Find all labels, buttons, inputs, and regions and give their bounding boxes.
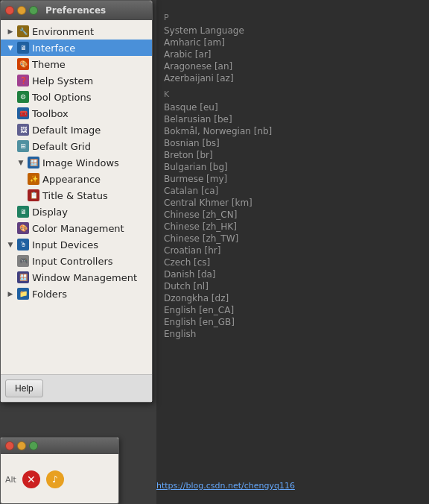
help-system-icon: ❓ xyxy=(17,75,29,86)
language-en-gb[interactable]: English [en_GB] xyxy=(161,316,425,328)
nav-item-folders[interactable]: ▶ 📁 Folders xyxy=(1,286,152,302)
default-grid-icon: ⊞ xyxy=(17,140,29,152)
language-hr[interactable]: Croatian [hr] xyxy=(161,245,425,256)
nav-label-default-image: Default Image xyxy=(32,125,101,136)
language-ca[interactable]: Catalan [ca] xyxy=(161,185,425,197)
window-controls xyxy=(5,6,38,15)
language-section-p: P xyxy=(161,12,425,23)
theme-icon: 🎨 xyxy=(17,58,29,70)
secondary-maximize-button[interactable] xyxy=(29,441,38,450)
nav-item-title-status[interactable]: 📋 Title & Status xyxy=(1,187,152,204)
nav-item-default-image[interactable]: 🖼 Default Image xyxy=(1,122,152,138)
language-en[interactable]: English xyxy=(161,328,425,340)
nav-label-default-grid: Default Grid xyxy=(32,141,91,152)
close-button[interactable] xyxy=(5,6,14,15)
appearance-icon: ✨ xyxy=(28,173,39,185)
window-title: Preferences xyxy=(45,5,106,16)
language-am[interactable]: Amharic [am] xyxy=(161,37,425,48)
language-en-ca[interactable]: English [en_CA] xyxy=(161,304,425,316)
nav-item-theme[interactable]: 🎨 Theme xyxy=(1,56,152,72)
language-nb[interactable]: Bokmål, Norwegian [nb] xyxy=(161,125,425,137)
alt-label: Alt xyxy=(5,475,16,485)
image-windows-icon: 🪟 xyxy=(28,157,39,168)
nav-label-display: Display xyxy=(32,207,68,218)
nav-label-image-windows: Image Windows xyxy=(42,157,119,168)
language-system[interactable]: System Language xyxy=(161,25,425,37)
language-zh-hk[interactable]: Chinese [zh_HK] xyxy=(161,221,425,233)
nav-item-color-management[interactable]: 🎨 Color Management xyxy=(1,220,152,236)
language-cs[interactable]: Czech [cs] xyxy=(161,256,425,268)
expand-arrow-environment: ▶ xyxy=(7,28,14,35)
secondary-window: Alt ✕ ♪ xyxy=(0,437,119,504)
nav-item-toolbox[interactable]: 🧰 Toolbox xyxy=(1,105,152,122)
input-devices-icon: 🖱 xyxy=(17,239,29,251)
interface-icon: 🖥 xyxy=(17,42,29,54)
language-zh-tw[interactable]: Chinese [zh_TW] xyxy=(161,233,425,245)
maximize-button[interactable] xyxy=(29,6,38,15)
nav-item-help-system[interactable]: ❓ Help System xyxy=(1,72,152,89)
language-nl[interactable]: Dutch [nl] xyxy=(161,280,425,292)
language-br[interactable]: Breton [br] xyxy=(161,149,425,161)
nav-label-window-management: Window Management xyxy=(32,272,137,283)
nav-item-image-windows[interactable]: ▼ 🪟 Image Windows xyxy=(1,154,152,171)
expand-arrow-image-windows: ▼ xyxy=(17,159,25,166)
language-panel: P System Language Amharic [am] Arabic [a… xyxy=(156,0,429,504)
nav-label-tool-options: Tool Options xyxy=(32,92,92,103)
language-km[interactable]: Central Khmer [km] xyxy=(161,197,425,209)
title-status-icon: 📋 xyxy=(28,189,39,201)
folders-icon: 📁 xyxy=(17,288,29,300)
preferences-window: Preferences ▶ 🔧 Environment ▼ 🖥 Interfac… xyxy=(0,0,153,403)
language-zh-cn[interactable]: Chinese [zh_CN] xyxy=(161,209,425,221)
language-bg[interactable]: Bulgarian [bg] xyxy=(161,161,425,173)
language-dz[interactable]: Dzongkha [dz] xyxy=(161,292,425,304)
nav-label-color-management: Color Management xyxy=(32,223,124,234)
secondary-body: Alt ✕ ♪ xyxy=(1,454,118,504)
nav-item-default-grid[interactable]: ⊞ Default Grid xyxy=(1,138,152,154)
nav-label-title-status: Title & Status xyxy=(42,190,108,201)
secondary-title-bar xyxy=(1,438,118,454)
expand-arrow-folders: ▶ xyxy=(7,290,14,297)
window-management-icon: 🪟 xyxy=(17,271,29,283)
secondary-close-button[interactable] xyxy=(5,441,14,450)
nav-label-input-devices: Input Devices xyxy=(32,239,98,251)
nav-item-tool-options[interactable]: ⚙ Tool Options xyxy=(1,89,152,105)
nav-item-environment[interactable]: ▶ 🔧 Environment xyxy=(1,23,152,40)
environment-icon: 🔧 xyxy=(17,25,29,37)
language-az[interactable]: Azerbaijani [az] xyxy=(161,72,425,84)
language-ar[interactable]: Arabic [ar] xyxy=(161,48,425,60)
audio-icon[interactable]: ♪ xyxy=(46,470,64,488)
nav-label-theme: Theme xyxy=(32,59,66,70)
input-controllers-icon: 🎮 xyxy=(17,255,29,267)
secondary-minimize-button[interactable] xyxy=(17,441,26,450)
help-button[interactable]: Help xyxy=(5,379,43,397)
watermark: https://blog.csdn.net/chengyq116 xyxy=(156,481,295,491)
language-eu[interactable]: Basque [eu] xyxy=(161,101,425,113)
nav-item-window-management[interactable]: 🪟 Window Management xyxy=(1,269,152,286)
nav-label-interface: Interface xyxy=(32,42,75,54)
tool-options-icon: ⚙ xyxy=(17,91,29,103)
nav-label-appearance: Appearance xyxy=(42,174,101,185)
secondary-window-controls xyxy=(5,441,38,450)
expand-arrow-input-devices: ▼ xyxy=(7,241,14,248)
language-my[interactable]: Burmese [my] xyxy=(161,173,425,185)
nav-item-appearance[interactable]: ✨ Appearance xyxy=(1,171,152,187)
nav-label-environment: Environment xyxy=(32,26,94,37)
nav-item-input-controllers[interactable]: 🎮 Input Controllers xyxy=(1,253,152,269)
display-icon: 🖥 xyxy=(17,206,29,218)
stop-icon[interactable]: ✕ xyxy=(22,470,40,488)
language-an[interactable]: Aragonese [an] xyxy=(161,60,425,72)
default-image-icon: 🖼 xyxy=(17,124,29,136)
nav-label-help-system: Help System xyxy=(32,75,93,86)
expand-arrow-interface: ▼ xyxy=(7,44,14,51)
minimize-button[interactable] xyxy=(17,6,26,15)
language-bs[interactable]: Bosnian [bs] xyxy=(161,137,425,149)
nav-item-input-devices[interactable]: ▼ 🖱 Input Devices xyxy=(1,236,152,253)
nav-item-display[interactable]: 🖥 Display xyxy=(1,204,152,220)
bottom-bar: Help xyxy=(1,374,152,402)
nav-item-interface[interactable]: ▼ 🖥 Interface xyxy=(1,40,152,56)
title-bar: Preferences xyxy=(1,1,152,20)
nav-label-input-controllers: Input Controllers xyxy=(32,256,113,267)
language-be[interactable]: Belarusian [be] xyxy=(161,113,425,125)
language-da[interactable]: Danish [da] xyxy=(161,268,425,280)
language-section-k: K xyxy=(161,89,425,100)
